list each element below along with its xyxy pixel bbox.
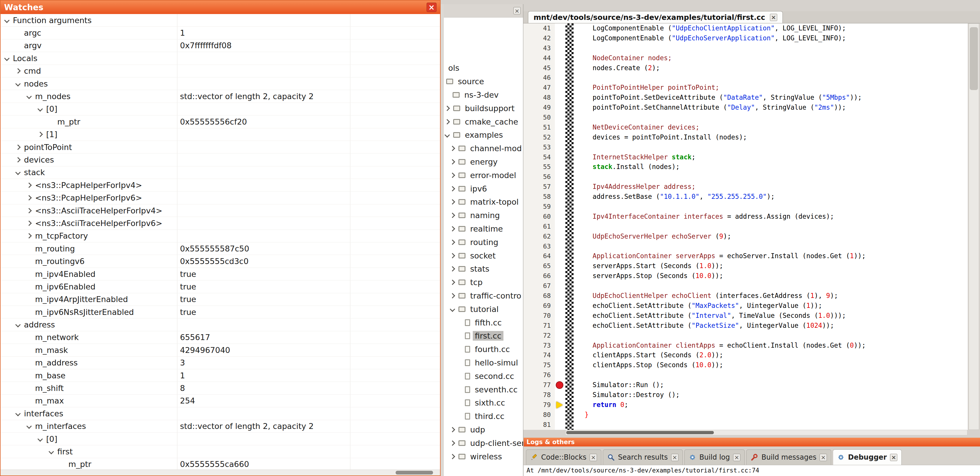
code-line[interactable]: 45 nodes.Create (2); xyxy=(523,63,968,73)
code-line[interactable]: 73 ApplicationContainer clientApps = ech… xyxy=(523,341,968,351)
chevron-expanded-icon[interactable] xyxy=(3,18,13,22)
chevron-collapsed-icon[interactable] xyxy=(26,234,35,238)
tree-item-naming[interactable]: naming xyxy=(444,209,523,222)
chevron-collapsed-icon[interactable] xyxy=(37,133,46,136)
tree-item-tutorial[interactable]: tutorial xyxy=(444,302,523,316)
watch-row-first[interactable]: first xyxy=(1,445,440,458)
tree-item-fourth-cc[interactable]: fourth.cc xyxy=(444,343,523,356)
line-number[interactable]: 62 xyxy=(523,232,555,241)
chevron-expanded-icon[interactable] xyxy=(37,107,46,111)
marker-margin[interactable] xyxy=(555,182,565,192)
watch-row-argv[interactable]: argv0x7fffffffdf08 xyxy=(1,40,440,52)
watch-row-m-ptr[interactable]: m_ptr0x5555555ca660 xyxy=(1,458,440,470)
line-number[interactable]: 60 xyxy=(523,212,555,222)
editor-vertical-scrollbar[interactable] xyxy=(969,23,979,430)
watch-row-m-ptr[interactable]: m_ptr0x55555556cf20 xyxy=(1,115,440,128)
marker-margin[interactable] xyxy=(555,251,565,261)
tab-debugger[interactable]: Debugger xyxy=(833,449,902,465)
watch-row-nodes[interactable]: nodes xyxy=(1,77,440,90)
watch-row-devices[interactable]: devices xyxy=(1,153,440,166)
marker-margin[interactable] xyxy=(555,212,565,222)
marker-margin[interactable] xyxy=(555,241,565,251)
code-line[interactable]: 41 LogComponentEnable ("UdpEchoClientApp… xyxy=(523,23,968,34)
chevron-collapsed-icon[interactable] xyxy=(449,147,458,150)
marker-margin[interactable] xyxy=(555,103,565,113)
tree-item-buildsupport[interactable]: buildsupport xyxy=(444,101,523,115)
marker-margin[interactable] xyxy=(555,172,565,182)
tree-item-energy[interactable]: energy xyxy=(444,155,523,169)
chevron-collapsed-icon[interactable] xyxy=(26,183,35,187)
watch-row-m-address[interactable]: m_address3 xyxy=(1,357,440,369)
tree-item-hello-simul[interactable]: hello-simul xyxy=(444,356,523,370)
tree-item-traffic-contro[interactable]: traffic-contro xyxy=(444,289,523,303)
code-line[interactable]: 58 address.SetBase ("10.1.1.0", "255.255… xyxy=(523,192,968,202)
code-line[interactable]: 81 xyxy=(523,420,968,430)
marker-margin[interactable] xyxy=(555,360,565,370)
code-line[interactable]: 74 clientApps.Start (Seconds (2.0)); xyxy=(523,350,968,360)
watch-row-interfaces[interactable]: interfaces xyxy=(1,407,440,420)
close-icon[interactable] xyxy=(819,454,827,461)
line-number[interactable]: 43 xyxy=(523,43,555,53)
chevron-expanded-icon[interactable] xyxy=(14,412,24,415)
line-number[interactable]: 63 xyxy=(523,241,555,251)
code-line[interactable]: 75 clientApps.Stop (Seconds (10.0)); xyxy=(523,360,968,370)
watch-row-0[interactable]: [0] xyxy=(1,433,440,445)
line-number[interactable]: 47 xyxy=(523,83,555,93)
watch-row-m-mask[interactable]: m_mask4294967040 xyxy=(1,344,440,356)
line-number[interactable]: 48 xyxy=(523,93,555,103)
marker-margin[interactable] xyxy=(555,370,565,380)
line-number[interactable]: 46 xyxy=(523,73,555,83)
line-number[interactable]: 58 xyxy=(523,192,555,202)
code-area[interactable]: 41 LogComponentEnable ("UdpEchoClientApp… xyxy=(523,23,968,430)
chevron-expanded-icon[interactable] xyxy=(3,56,13,60)
line-number[interactable]: 49 xyxy=(523,103,555,113)
chevron-expanded-icon[interactable] xyxy=(449,307,458,311)
marker-margin[interactable] xyxy=(555,380,565,390)
marker-margin[interactable] xyxy=(555,301,565,311)
code-line[interactable]: 61 xyxy=(523,222,968,232)
chevron-collapsed-icon[interactable] xyxy=(444,106,453,110)
marker-margin[interactable] xyxy=(555,341,565,351)
watch-row-ns3-pcaphelperforipv6[interactable]: <ns3::PcapHelperForIpv6> xyxy=(1,192,440,204)
watch-row-m-ipv6nsrsjitterenabled[interactable]: m_ipv6NsRsJitterEnabledtrue xyxy=(1,306,440,318)
chevron-expanded-icon[interactable] xyxy=(444,133,453,137)
marker-margin[interactable] xyxy=(555,73,565,83)
line-number[interactable]: 56 xyxy=(523,172,555,182)
tree-item-channel-mod[interactable]: channel-mod xyxy=(444,142,523,155)
chevron-collapsed-icon[interactable] xyxy=(449,280,458,284)
editor-tab-first-cc[interactable]: mnt/dev/tools/source/ns-3-dev/examples/t… xyxy=(528,11,783,23)
watches-horizontal-scrollbar[interactable] xyxy=(1,470,440,475)
tree-item-cmake-cache[interactable]: cmake_cache xyxy=(444,115,523,128)
marker-margin[interactable] xyxy=(555,420,565,430)
marker-margin[interactable] xyxy=(555,222,565,232)
watch-row-m-network[interactable]: m_network655617 xyxy=(1,331,440,344)
code-line[interactable]: 49 pointToPoint.SetChannelAttribute ("De… xyxy=(523,103,968,113)
chevron-expanded-icon[interactable] xyxy=(48,450,57,454)
line-number[interactable]: 81 xyxy=(523,420,555,430)
chevron-collapsed-icon[interactable] xyxy=(449,173,458,177)
watch-row-m-ipv4arpjitterenabled[interactable]: m_ipv4ArpJitterEnabledtrue xyxy=(1,293,440,306)
code-line[interactable]: 78 Simulator::Destroy (); xyxy=(523,390,968,400)
close-icon[interactable] xyxy=(513,7,521,14)
code-line[interactable]: 48 pointToPoint.SetDeviceAttribute ("Dat… xyxy=(523,93,968,103)
chevron-expanded-icon[interactable] xyxy=(14,323,24,327)
line-number[interactable]: 53 xyxy=(523,142,555,152)
tree-item-matrix-topol[interactable]: matrix-topol xyxy=(444,195,523,209)
code-line[interactable]: 66 serverApps.Stop (Seconds (10.0)); xyxy=(523,271,968,281)
watch-row-m-ipv4enabled[interactable]: m_ipv4Enabledtrue xyxy=(1,268,440,280)
marker-margin[interactable] xyxy=(555,133,565,142)
marker-margin[interactable] xyxy=(555,350,565,360)
chevron-collapsed-icon[interactable] xyxy=(449,187,458,191)
tree-item-stats[interactable]: stats xyxy=(444,262,523,276)
watch-row-m-max[interactable]: m_max254 xyxy=(1,395,440,407)
line-number[interactable]: 54 xyxy=(523,152,555,162)
code-line[interactable]: 62 UdpEchoServerHelper echoServer (9); xyxy=(523,232,968,241)
marker-margin[interactable] xyxy=(555,142,565,152)
watch-row-pointtopoint[interactable]: pointToPoint xyxy=(1,141,440,153)
watch-row-m-nodes[interactable]: m_nodesstd::vector of length 2, capacity… xyxy=(1,90,440,103)
watch-row-m-routing[interactable]: m_routing0x555555587c50 xyxy=(1,243,440,255)
chevron-collapsed-icon[interactable] xyxy=(449,200,458,204)
tree-item-socket[interactable]: socket xyxy=(444,249,523,262)
chevron-collapsed-icon[interactable] xyxy=(449,227,458,231)
watch-row-stack[interactable]: stack xyxy=(1,166,440,179)
